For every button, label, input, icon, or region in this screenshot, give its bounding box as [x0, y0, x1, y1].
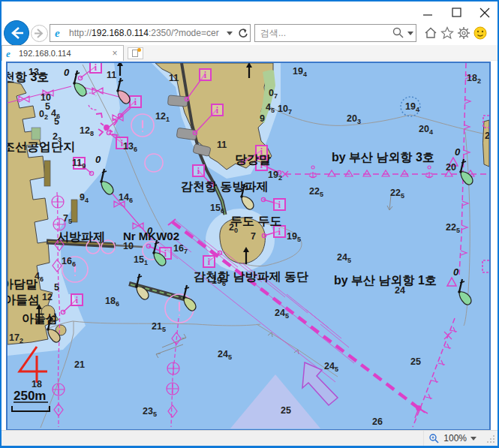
tab-title: 192.168.0.114 [19, 49, 110, 58]
depth-sounding: 9 [260, 113, 265, 124]
depth-sounding: 18 [32, 379, 42, 389]
place-label: 조선공업단지 [8, 140, 75, 153]
depth-sounding: 10 [123, 241, 134, 251]
tab-close-icon[interactable]: × [110, 48, 120, 59]
ie-favicon: e [5, 48, 16, 59]
depth-sounding: 11 [107, 70, 116, 80]
zoom-level: 100% [443, 433, 467, 443]
depth-sounding: 20 [446, 162, 456, 173]
svg-text:0: 0 [95, 154, 101, 165]
place-label: 서방파제 [57, 230, 105, 243]
depth-sounding: 5 [54, 116, 59, 127]
depth-sounding: 24 [395, 285, 405, 296]
search-dropdown-button[interactable] [405, 25, 416, 41]
favorites-button[interactable] [439, 26, 455, 42]
title-bar[interactable] [2, 2, 497, 23]
depth-sounding: 5 [45, 101, 50, 112]
scale-label: 250m [14, 389, 46, 403]
svg-text:0: 0 [64, 67, 70, 78]
place-label: 아들섬 [8, 293, 40, 306]
maximize-button[interactable] [445, 6, 467, 20]
back-button[interactable] [4, 20, 29, 46]
place-label: 아담말 [8, 278, 38, 290]
close-button[interactable] [473, 6, 496, 20]
depth-sounding: 5 [54, 282, 59, 293]
depth-sounding: 26 [372, 416, 383, 427]
place-label: 아들섬 [22, 312, 58, 325]
maximize-icon [452, 8, 461, 17]
smiley-icon [473, 26, 488, 41]
navigation-bar: e http://192.168.0.114:2350/?mode=cer [2, 23, 497, 45]
depth-sounding: 25 [281, 405, 291, 416]
settings-button[interactable] [455, 26, 472, 42]
chevron-down-icon [227, 32, 233, 35]
chevron-down-icon [407, 32, 413, 35]
depth-sounding: 11 [217, 140, 227, 150]
place-label: 당강말 [235, 153, 271, 166]
status-bar: 100% [2, 430, 497, 446]
depth-sounding: 21 [74, 359, 85, 370]
feedback-button[interactable] [472, 26, 488, 42]
place-label: 천항 3호 [8, 71, 49, 83]
refresh-button[interactable] [235, 25, 250, 41]
new-tab-star-icon [137, 48, 141, 52]
url-dropdown-button[interactable] [224, 25, 235, 41]
place-label: by 부산 남외항 1호 [334, 274, 437, 287]
place-label: 감천항 남방파제 동단 [194, 270, 308, 283]
tab-192-168-0-114[interactable]: e 192.168.0.114 × [2, 45, 124, 61]
url-text[interactable]: http://192.168.0.114:2350/?mode=cer [69, 28, 224, 38]
depth-sounding: 11 [169, 73, 179, 83]
search-icon[interactable] [392, 26, 405, 40]
star-icon [440, 26, 455, 41]
tab-bar: e 192.168.0.114 × [2, 45, 497, 61]
home-button[interactable] [422, 26, 439, 42]
depth-sounding: 2 [485, 131, 489, 141]
page-content: iiiiiiiiiiiiii00000111311111941821054650… [2, 61, 497, 428]
svg-text:0: 0 [453, 266, 459, 278]
refresh-icon [237, 28, 248, 39]
place-label: Nr MKW02 [123, 230, 179, 242]
minimize-button[interactable] [416, 6, 439, 20]
back-arrow-icon [5, 21, 29, 45]
place-label: 감천항 동방파제 [181, 180, 268, 193]
svg-text:e: e [6, 48, 11, 59]
resize-grip[interactable] [485, 434, 496, 444]
depth-sounding: 12 [42, 292, 53, 302]
chevron-down-icon [470, 437, 476, 440]
gear-icon [456, 26, 471, 41]
depth-sounding: 7 [251, 231, 256, 242]
svg-text:0: 0 [455, 146, 461, 158]
search-input[interactable] [255, 28, 392, 38]
nautical-chart[interactable]: iiiiiiiiiiiiii00000111311111941821054650… [6, 62, 491, 431]
browser-window: e http://192.168.0.114:2350/?mode=cer [0, 0, 499, 448]
place-label: by 부산 남외항 3호 [332, 151, 434, 164]
zoom-control[interactable]: 100% [423, 431, 481, 446]
svg-text:e: e [55, 27, 60, 39]
forward-arrow-icon [32, 26, 47, 41]
address-bar[interactable]: e http://192.168.0.114:2350/?mode=cer [50, 24, 251, 42]
zoom-magnifier-icon [428, 433, 440, 444]
close-icon [473, 6, 496, 20]
place-label: 두도 두도 [230, 215, 281, 227]
home-icon [423, 26, 438, 41]
search-box[interactable] [254, 24, 416, 42]
depth-sounding: 25 [410, 356, 421, 367]
new-tab-button[interactable] [128, 47, 143, 59]
forward-button[interactable] [31, 25, 48, 42]
ie-logo-icon: e [54, 27, 66, 39]
